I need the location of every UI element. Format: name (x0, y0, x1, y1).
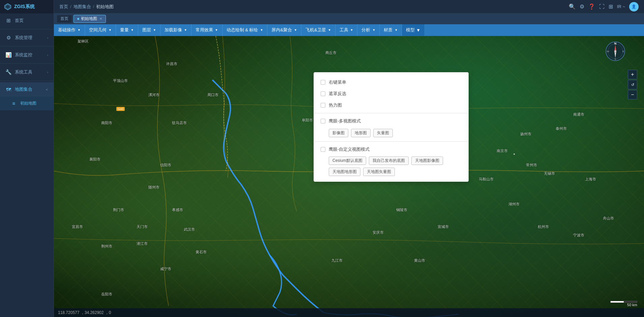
sidebar-item-initial-map[interactable]: ≡ 初始地图 (0, 96, 54, 110)
tab-home-label: 首页 (60, 16, 68, 22)
checkbox-heatmap[interactable] (321, 103, 325, 108)
checkbox-eagle-eye[interactable] (321, 119, 325, 123)
popup-tag-imagery[interactable]: 影像图 (329, 129, 348, 137)
tab-active-dot (77, 18, 79, 20)
toolbar-label-material: 材质 (384, 27, 392, 33)
coordinates-bar: 118.720577 ，34.262902 ，0 (54, 308, 644, 317)
toolbar-btn-load-imagery[interactable]: 加载影像 ▼ (160, 24, 192, 36)
popup-label-right-menu: 右键菜单 (329, 79, 346, 85)
zoom-in-button[interactable]: + (628, 70, 637, 79)
popup-tag-tianditu-vector[interactable]: 天地图矢量图 (363, 168, 395, 176)
toolbar-btn-screen-cluster[interactable]: 屏内&聚合 ▼ (267, 24, 301, 36)
sidebar-sub-map: ≡ 初始地图 (0, 96, 54, 110)
toolbar-label-effects: 常用效果 (196, 27, 213, 33)
popup-divider-2 (314, 141, 468, 142)
popup-label-custom-view: 鹰眼-自定义视图模式 (329, 146, 370, 152)
dropdown-arrow-9: ▼ (328, 28, 331, 32)
dropdown-arrow-3: ▼ (131, 28, 134, 32)
sidebar-label-initial-map: 初始地图 (20, 100, 48, 106)
search-icon[interactable]: 🔍 (569, 3, 576, 10)
sidebar-label-home: 首页 (15, 18, 48, 24)
sidebar-divider-4 (0, 81, 54, 81)
popup-row-heatmap[interactable]: 热力图 (314, 99, 468, 111)
sidebar-item-system-monitor[interactable]: 📊 系统监控 › (0, 48, 54, 62)
toolbar-label-screen-cluster: 屏内&聚合 (271, 27, 292, 33)
popup-label-eagle-eye: 鹰眼-多视图模式 (329, 118, 361, 124)
map-area[interactable]: 商丘市 许昌市 平顶山市 漯河市 周口市 驻马店市 南阳市 信阳市 随州市 孝感… (54, 36, 644, 317)
toolbar-label-aircraft: 飞机&卫星 (305, 27, 326, 33)
logo-text: ZGIS系统 (14, 4, 35, 10)
tab-close-icon[interactable]: ✕ (99, 17, 102, 21)
logo-icon (4, 3, 11, 10)
svg-text:W: W (607, 50, 609, 53)
user-avatar[interactable]: 👤 (629, 2, 639, 11)
popup-eagle-eye-tags: 影像图 地形图 矢量图 (314, 127, 468, 139)
toolbar-btn-aircraft[interactable]: 飞机&卫星 ▼ (301, 24, 335, 36)
help-icon[interactable]: ❓ (588, 3, 595, 10)
popup-tag-tianditu-terrain[interactable]: 天地图地形图 (329, 168, 360, 176)
toolbar-btn-layers[interactable]: 图层 ▼ (138, 24, 160, 36)
toolbar-label-dynamic-draw: 动态绘制 & 标绘 (227, 27, 258, 33)
svg-marker-1 (6, 4, 10, 9)
github-icon[interactable]: ⚙ (580, 3, 584, 10)
sidebar-item-map-collection[interactable]: 🗺 地图集合 ∨ (0, 82, 54, 96)
fullscreen-icon[interactable]: ⛶ (599, 4, 605, 10)
popup-divider-1 (314, 113, 468, 113)
popup-tag-cesium-default[interactable]: Cesium默认底图 (329, 156, 366, 165)
checkbox-marquee[interactable] (321, 91, 325, 96)
map-collection-icon: 🗺 (5, 87, 11, 92)
checkbox-right-menu[interactable] (321, 80, 325, 85)
popup-row-eagle-eye[interactable]: 鹰眼-多视图模式 (314, 115, 468, 127)
toolbar-btn-model[interactable]: 模型 ▼ (402, 24, 425, 36)
tab-initial-map-label: 初始地图 (81, 16, 97, 22)
popup-row-custom-view[interactable]: 鹰眼-自定义视图模式 (314, 144, 468, 155)
chevron-down-icon: ∨ (45, 88, 49, 91)
zoom-reset-button[interactable]: ↺ (628, 80, 637, 89)
toolbar-btn-basic-ops[interactable]: 基础操作 ▼ (54, 24, 85, 36)
compass: N S W E (605, 41, 625, 61)
toolbar-btn-effects[interactable]: 常用效果 ▼ (192, 24, 223, 36)
toolbar-btn-dynamic-draw[interactable]: 动态绘制 & 标绘 ▼ (223, 24, 268, 36)
sidebar-item-home[interactable]: ⊞ 首页 (0, 13, 54, 28)
toolbar-label-load-imagery: 加载影像 (165, 27, 182, 33)
toolbar-btn-tools[interactable]: 工具 ▼ (335, 24, 358, 36)
sidebar-label-system-monitor: 系统监控 (15, 52, 44, 58)
popup-label-marquee: 遮罩反选 (329, 91, 346, 97)
dropdown-arrow-8: ▼ (294, 28, 297, 32)
popup-row-marquee[interactable]: 遮罩反选 (314, 88, 468, 99)
toolbar: 基础操作 ▼ 空间几何 ▼ 量量 ▼ 图层 ▼ 加载影像 ▼ 常用效果 ▼ 动态… (54, 24, 644, 36)
toolbar-btn-material[interactable]: 材质 ▼ (380, 24, 402, 36)
breadcrumb-home[interactable]: 首页 (59, 4, 68, 10)
popup-tag-terrain[interactable]: 地形图 (351, 129, 371, 137)
header-right: 🔍 ⚙ ❓ ⛶ ⊞ IR ~ 👤 (563, 2, 644, 11)
home-icon: ⊞ (5, 18, 11, 24)
sidebar-item-system-admin[interactable]: ⚙ 系统管理 › (0, 31, 54, 45)
sidebar-item-system-tools[interactable]: 🔧 系统工具 › (0, 65, 54, 79)
toolbar-label-layers: 图层 (142, 27, 151, 33)
toolbar-btn-measure[interactable]: 量量 ▼ (116, 24, 138, 36)
layout-icon[interactable]: ⊞ (609, 3, 613, 10)
breadcrumb-map-collection[interactable]: 地图集合 (74, 4, 91, 10)
city-dot (514, 153, 515, 155)
toolbar-btn-spatial[interactable]: 空间几何 ▼ (85, 24, 116, 36)
tab-home[interactable]: 首页 (57, 15, 72, 23)
ir-text: IR ~ (617, 4, 625, 9)
dropdown-arrow-6: ▼ (215, 28, 218, 32)
popup-tag-my-published[interactable]: 我自己发布的底图 (369, 156, 409, 165)
dropdown-arrow-2: ▼ (109, 28, 112, 32)
checkbox-custom-view[interactable] (321, 147, 325, 152)
tab-initial-map[interactable]: 初始地图 ✕ (74, 15, 106, 23)
toolbar-btn-analysis[interactable]: 分析 ▼ (357, 24, 380, 36)
logo-area: ZGIS系统 (0, 0, 54, 13)
popup-label-heatmap: 热力图 (329, 102, 342, 108)
sidebar-label-map-collection: 地图集合 (15, 86, 42, 92)
dropdown-arrow-11: ▼ (372, 28, 375, 32)
dropdown-arrow-4: ▼ (153, 28, 156, 32)
popup-tag-tianditu-imagery[interactable]: 天地图影像图 (411, 156, 443, 165)
toolbar-label-basic-ops: 基础操作 (58, 27, 76, 33)
popup-row-right-menu[interactable]: 右键菜单 (314, 77, 468, 88)
zoom-out-button[interactable]: − (628, 90, 637, 99)
toolbar-label-spatial: 空间几何 (89, 27, 107, 33)
breadcrumb: 首页 / 地图集合 / 初始地图 (54, 4, 563, 10)
popup-tag-vector[interactable]: 矢量图 (373, 129, 393, 137)
